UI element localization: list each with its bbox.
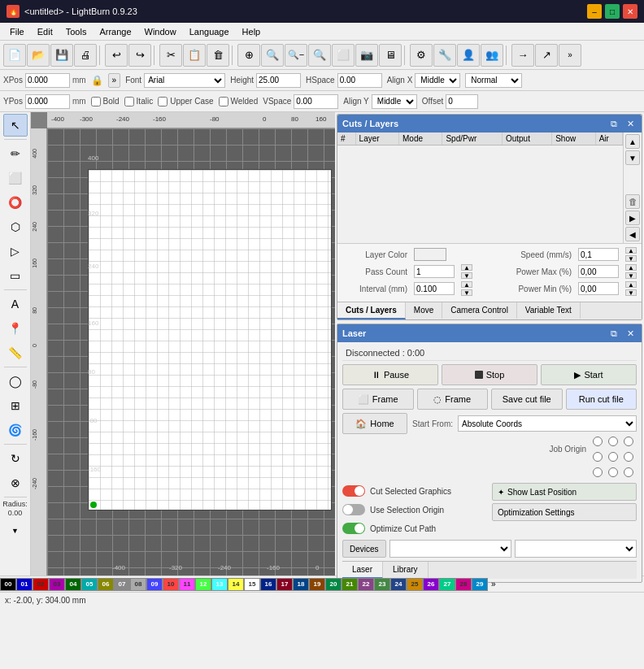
color-swatch-15[interactable]: 15 [244,578,260,591]
color-swatch-17[interactable]: 17 [276,578,293,591]
circle2-tool[interactable]: ◯ [3,370,28,393]
optimization-settings-button[interactable]: Optimization Settings [492,503,637,521]
color-swatch-03[interactable]: 03 [49,578,65,591]
maximize-button[interactable]: □ [605,4,620,19]
minimize-button[interactable]: – [587,4,602,19]
menu-help[interactable]: Help [236,25,268,38]
circle-tool[interactable]: ⭕ [3,191,28,214]
alignx-select[interactable]: Middle [415,73,460,88]
origin-bl[interactable] [593,467,603,477]
origin-mr[interactable] [624,452,633,462]
cuts-delete-btn[interactable]: 🗑 [625,194,640,209]
tab-camera-control[interactable]: Camera Control [442,302,517,319]
expand-tool[interactable]: ▼ [3,519,28,542]
devices-select-2[interactable] [515,540,637,558]
color-swatch-21[interactable]: 21 [342,578,358,591]
color-swatch-27[interactable]: 27 [439,578,455,591]
delete-button[interactable]: 🗑 [207,44,229,67]
color-swatch-12[interactable]: 12 [195,578,211,591]
font-select[interactable]: Arial [144,73,225,88]
user-button[interactable]: 👤 [457,44,480,67]
zoom-fit-button[interactable]: 🔍 [308,44,331,67]
tab-move[interactable]: Move [406,302,442,319]
pass-down[interactable]: ▼ [461,272,472,279]
offset-input[interactable] [446,94,478,109]
copy-button[interactable]: 📋 [183,44,206,67]
text-tool[interactable]: A [3,293,28,315]
power-max-down[interactable]: ▼ [625,272,637,279]
hspace-input[interactable] [337,73,382,88]
grid-tool[interactable]: ⊞ [3,394,28,417]
canvas-area[interactable]: -400 -300 -240 -160 -80 0 80 160 240 400… [31,112,335,576]
color-swatch-20[interactable]: 20 [325,578,342,591]
cut-selected-toggle[interactable] [342,485,365,497]
interval-down[interactable]: ▼ [461,289,472,296]
redo-button[interactable]: ↪ [128,44,151,67]
cuts-panel-undock[interactable]: ⧉ [607,117,620,130]
use-selection-toggle[interactable] [342,504,365,515]
normal-select[interactable]: Normal [465,73,522,88]
origin-bc[interactable] [608,467,618,477]
title-bar-controls[interactable]: – □ ✕ [587,4,637,19]
menu-edit[interactable]: Edit [31,25,59,38]
frame-button[interactable]: ⬜ Frame [342,389,414,410]
power-min-down[interactable]: ▼ [625,289,637,296]
color-swatch-10[interactable]: 10 [163,578,179,591]
color-swatch-24[interactable]: 24 [390,578,407,591]
pass-count-input[interactable] [414,265,455,278]
power-max-input[interactable] [578,265,619,278]
camera-button[interactable]: 📷 [355,44,378,67]
color-swatch-29[interactable]: 29 [472,578,488,591]
speed-up[interactable]: ▲ [625,247,637,254]
menu-tools[interactable]: Tools [59,25,94,38]
color-swatch-05[interactable]: 05 [81,578,98,591]
height-input[interactable] [256,73,301,88]
color-swatch-01[interactable]: 01 [16,578,33,591]
power-max-up[interactable]: ▲ [625,264,637,271]
monitor-button[interactable]: 🖥 [379,44,402,67]
cut-button[interactable]: ✂ [159,44,182,67]
color-swatch-02[interactable]: 02 [33,578,49,591]
menu-arrange[interactable]: Arrange [93,25,137,38]
close-button[interactable]: ✕ [623,4,637,19]
settings-button[interactable]: ⚙ [410,44,433,67]
move-button[interactable]: ⊕ [237,44,260,67]
interval-input[interactable] [414,282,455,295]
layer-color-box[interactable] [414,248,446,261]
ypos-input[interactable] [25,94,70,109]
color-swatch-19[interactable]: 19 [309,578,325,591]
optimize-cut-toggle[interactable] [342,523,365,534]
cuts-scroll-down[interactable]: ▼ [625,150,640,165]
pause-button[interactable]: ⏸ Pause [342,364,438,385]
run-cut-button[interactable]: Run cut file [566,389,637,410]
select-tool[interactable]: ↖ [3,114,28,137]
welded-checkbox[interactable] [219,97,228,106]
speed-input[interactable] [578,248,619,261]
laser-dir-button[interactable]: ↗ [535,44,558,67]
user2-button[interactable]: 👥 [481,44,503,67]
open-button[interactable]: 📂 [27,44,50,67]
tab-library[interactable]: Library [383,562,429,579]
tools-button[interactable]: 🔧 [433,44,456,67]
cuts-right-btn[interactable]: ▶ [625,211,640,225]
frame2-button[interactable]: ◌ Frame [417,389,489,410]
origin-ml[interactable] [593,452,603,462]
rect-tool[interactable]: ⬜ [3,167,28,189]
color-swatch-00[interactable]: 00 [0,578,16,591]
tab-laser[interactable]: Laser [342,562,383,579]
stop-button[interactable]: Stop [442,364,537,385]
pass-up[interactable]: ▲ [461,264,472,271]
start-from-select[interactable]: Absolute Coords [458,415,637,432]
interval-up[interactable]: ▲ [461,281,472,288]
color-swatch-23[interactable]: 23 [374,578,390,591]
italic-checkbox[interactable] [124,97,134,106]
cuts-left-btn[interactable]: ◀ [625,227,640,241]
color-swatch-07[interactable]: 07 [114,578,130,591]
start-button[interactable]: ▶ Start [541,364,637,385]
triangle-tool[interactable]: ▷ [3,240,28,263]
show-last-position-button[interactable]: ✦ Show Last Position [492,483,637,501]
laser-panel-close[interactable]: ✕ [624,327,637,340]
new-button[interactable]: 📄 [3,44,26,67]
menu-language[interactable]: Language [183,25,236,38]
bold-checkbox[interactable] [91,97,101,106]
